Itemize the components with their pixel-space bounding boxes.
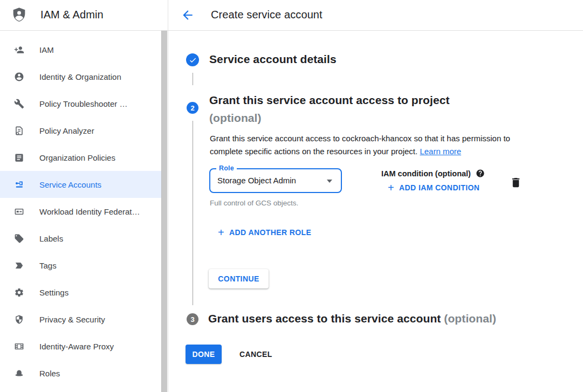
step3-number-badge: 3 (187, 313, 198, 325)
step1-title: Service account details (209, 53, 337, 66)
back-arrow-icon[interactable] (181, 8, 195, 22)
label-important-icon (14, 260, 24, 271)
create-service-account-form: Service account details 2 Grant this ser… (168, 31, 583, 392)
label-icon (14, 233, 24, 244)
wrench-icon (14, 99, 24, 109)
policy-analyzer-icon (14, 126, 24, 136)
sidebar-item-label: Policy Analyzer (39, 126, 94, 135)
add-another-role-label: ADD ANOTHER ROLE (229, 228, 311, 237)
sidebar-item-label: Roles (39, 369, 60, 378)
delete-role-trash-icon[interactable] (510, 176, 522, 189)
sidebar-item-identity-aware-proxy[interactable]: Identity-Aware Proxy (0, 333, 161, 360)
sidebar-item-label: Privacy & Security (39, 315, 105, 324)
sidebar-item-service-accounts[interactable]: Service Accounts (0, 171, 161, 198)
iam-admin-window: IAM & Admin Create service account IAM I… (0, 0, 583, 392)
step2-description: Grant this service account access to coc… (210, 132, 530, 158)
sidebar-item-label: Policy Troubleshooter … (39, 99, 127, 108)
proxy-icon (14, 341, 24, 352)
step3-title-text: Grant users access to this service accou… (208, 312, 441, 325)
role-dropdown[interactable]: Role Storage Object Admin (209, 168, 342, 193)
role-field-value: Storage Object Admin (217, 169, 296, 192)
sidebar-item-label: Organization Policies (39, 153, 115, 162)
sidebar-item-label: Identity & Organization (39, 72, 121, 81)
continue-button[interactable]: CONTINUE (209, 269, 269, 288)
sidebar-item-identity-organization[interactable]: Identity & Organization (0, 63, 161, 90)
sidebar-nav: IAM Identity & Organization Policy Troub… (0, 31, 161, 392)
step3-title: Grant users access to this service accou… (208, 312, 496, 325)
page-title: Create service account (211, 9, 323, 21)
step2-description-text: Grant this service account access to coc… (210, 134, 510, 156)
help-icon[interactable] (476, 169, 485, 178)
sidebar-item-label: Service Accounts (39, 180, 101, 189)
top-header-bar: IAM & Admin Create service account (0, 0, 583, 30)
plus-icon: + (388, 183, 394, 192)
add-iam-condition-button[interactable]: + ADD IAM CONDITION (388, 183, 479, 192)
sidebar-item-tags[interactable]: Tags (0, 252, 161, 279)
sidebar-item-roles[interactable]: Roles (0, 360, 161, 387)
article-icon (14, 153, 24, 163)
step-connector-line (193, 121, 193, 305)
iam-admin-shield-logo-icon (11, 6, 28, 24)
done-button[interactable]: DONE (186, 345, 222, 364)
app-title: IAM & Admin (40, 9, 104, 21)
step3-optional-label: (optional) (444, 312, 496, 325)
service-account-icon (14, 180, 24, 190)
step1-check-icon (186, 53, 199, 66)
step2-title-text: Grant this service account access to pro… (209, 91, 450, 109)
sidebar-item-label: Workload Identity Federat… (39, 207, 140, 216)
gear-icon (14, 287, 24, 298)
learn-more-link[interactable]: Learn more (420, 147, 461, 156)
iam-condition-label-row: IAM condition (optional) (381, 169, 485, 178)
cancel-button[interactable]: CANCEL (232, 345, 280, 364)
sidebar-item-privacy-security[interactable]: Privacy & Security (0, 306, 161, 333)
card-icon (14, 207, 24, 217)
iam-condition-label: IAM condition (optional) (381, 169, 471, 178)
role-helper-text: Full control of GCS objects. (210, 199, 298, 207)
sidebar-scrollbar[interactable] (161, 31, 167, 392)
sidebar-item-label: Labels (39, 234, 63, 243)
sidebar-item-label: IAM (39, 45, 54, 54)
person-add-icon (14, 45, 24, 55)
step2-title: Grant this service account access to pro… (209, 91, 450, 127)
hat-icon (14, 368, 24, 379)
sidebar-item-label: Tags (39, 261, 57, 270)
sidebar-item-workload-identity-federation[interactable]: Workload Identity Federat… (0, 198, 161, 225)
sidebar-item-label: Identity-Aware Proxy (39, 342, 114, 351)
account-circle-icon (14, 72, 24, 82)
plus-icon: + (218, 228, 224, 237)
step-connector-line (193, 73, 193, 85)
sidebar-item-policy-troubleshooter[interactable]: Policy Troubleshooter … (0, 90, 161, 117)
sidebar-item-settings[interactable]: Settings (0, 279, 161, 306)
sidebar-item-organization-policies[interactable]: Organization Policies (0, 144, 161, 171)
sidebar-item-iam[interactable]: IAM (0, 36, 161, 63)
shield-icon (14, 314, 24, 325)
add-iam-condition-label: ADD IAM CONDITION (399, 183, 479, 192)
sidebar-item-policy-analyzer[interactable]: Policy Analyzer (0, 117, 161, 144)
step2-number-badge: 2 (187, 102, 198, 114)
sidebar-item-labels[interactable]: Labels (0, 225, 161, 252)
add-another-role-button[interactable]: + ADD ANOTHER ROLE (218, 228, 311, 237)
dropdown-caret-icon (327, 180, 332, 183)
sidebar-item-label: Settings (39, 288, 68, 297)
step2-optional-label: (optional) (209, 109, 450, 127)
